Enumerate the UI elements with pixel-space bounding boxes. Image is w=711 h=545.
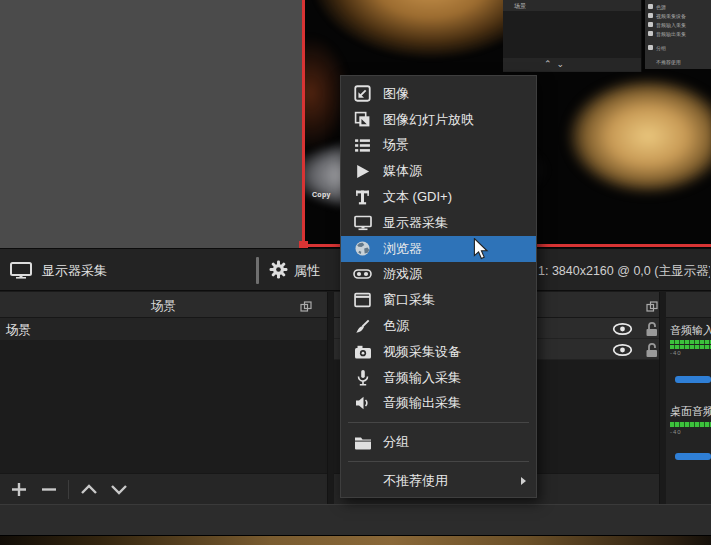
selection-border-left[interactable] (302, 0, 305, 248)
mixer-panel-header (666, 292, 711, 318)
menu-item-media-source[interactable]: 媒体源 (341, 158, 536, 184)
audio-mixer-panel: 音频输入采集 -40 桌面音频 -40 (666, 292, 711, 504)
properties-button[interactable]: 属性 (294, 262, 320, 280)
menu-item-group[interactable]: 分组 (341, 429, 536, 455)
menu-item-image-slideshow[interactable]: 图像幻灯片放映 (341, 107, 536, 133)
selected-source-label: 显示器采集 (42, 262, 107, 280)
mini-menu-item: 视频采集设备 (645, 11, 711, 20)
menu-item-color-source[interactable]: 色源 (341, 313, 536, 339)
mini-icon (648, 13, 653, 18)
scenes-panel-title: 场景 (0, 298, 327, 315)
image-icon (353, 85, 372, 102)
toolbar-divider (68, 480, 69, 499)
menu-item-game-capture[interactable]: 游戏源 (341, 262, 536, 288)
scenes-panel: 场景 场景 (0, 292, 328, 504)
menu-item-image[interactable]: 图像 (341, 81, 536, 107)
mini-menu-item: 音频输入采集 (645, 20, 711, 29)
meter-scale-label: -40 (670, 429, 682, 435)
submenu-arrow-icon (521, 477, 526, 485)
menu-separator (348, 461, 529, 462)
slideshow-icon (353, 111, 372, 128)
gear-icon[interactable] (269, 260, 288, 283)
mini-scenes-toolbar: ⌃⌄ (503, 58, 641, 71)
remove-scene-button[interactable] (40, 482, 58, 501)
scenes-panel-header: 场景 (0, 292, 327, 318)
move-scene-down-button[interactable] (110, 482, 128, 501)
add-source-menu: 图像 图像幻灯片放映 场景 媒体源 文本 (GDI+) 显示器采集 (340, 75, 537, 498)
display-icon (353, 214, 372, 231)
menu-separator (348, 422, 529, 423)
scenes-toolbar (0, 473, 327, 504)
folder-icon (353, 434, 372, 451)
bottom-glow-band (0, 535, 711, 545)
menu-item-window-capture[interactable]: 窗口采集 (341, 287, 536, 313)
mini-scenes-header: 场景 (503, 0, 641, 11)
mini-scenes-list (503, 11, 641, 58)
mini-icon (648, 45, 653, 50)
visibility-eye-icon[interactable] (612, 322, 633, 340)
obs-window: Copy 场景 ⌃⌄ 色源 视频采集设备 音频输入采集 音频输出采集 分组 不推… (0, 0, 711, 545)
mini-icon (648, 22, 653, 27)
add-scene-button[interactable] (10, 482, 28, 501)
mini-icon (648, 4, 653, 9)
mixer-channel-name: 桌面音频 (670, 404, 711, 419)
mini-menu-item: 音频输出采集 (645, 29, 711, 38)
volume-slider[interactable] (675, 376, 711, 383)
meter-scale-label: -40 (670, 350, 682, 356)
volume-meter (670, 345, 711, 349)
lock-icon[interactable] (645, 321, 659, 341)
mini-menu-item: 分组 (645, 43, 711, 52)
scene-list-item[interactable]: 场景 (0, 318, 327, 340)
menu-item-browser[interactable]: 浏览器 (341, 236, 536, 262)
status-bar (0, 504, 711, 535)
scene-list-icon (353, 137, 372, 154)
speaker-icon (353, 395, 372, 412)
lock-icon[interactable] (645, 342, 659, 362)
move-scene-up-button[interactable] (80, 482, 98, 501)
menu-item-scene[interactable]: 场景 (341, 133, 536, 159)
menu-item-audio-output-capture[interactable]: 音频输出采集 (341, 391, 536, 417)
toolbar-divider (256, 257, 259, 284)
mouse-cursor (473, 238, 489, 264)
menu-item-display-capture[interactable]: 显示器采集 (341, 210, 536, 236)
text-icon (353, 189, 372, 206)
microphone-icon (353, 369, 372, 386)
preview-empty-space (0, 0, 302, 249)
media-play-icon (353, 163, 372, 180)
display-select-value[interactable]: 1: 3840x2160 @ 0,0 (主显示器) (538, 263, 710, 280)
volume-meter (670, 422, 711, 427)
display-capture-icon (10, 262, 32, 283)
window-icon (353, 292, 372, 309)
menu-item-text-gdi[interactable]: 文本 (GDI+) (341, 184, 536, 210)
copy-watermark: Copy (312, 191, 331, 198)
menu-item-deprecated[interactable]: 不推荐使用 (341, 468, 536, 494)
mixer-channel-name: 音频输入采集 (670, 323, 711, 338)
camera-icon (353, 343, 372, 360)
gamepad-icon (353, 266, 372, 283)
menu-item-audio-input-capture[interactable]: 音频输入采集 (341, 365, 536, 391)
paintbrush-icon (353, 318, 372, 335)
photo-gold-blur (546, 66, 711, 222)
mini-context-menu: 色源 视频采集设备 音频输入采集 音频输出采集 分组 不推荐使用 (645, 0, 711, 69)
visibility-eye-icon[interactable] (612, 343, 633, 361)
mini-icon (648, 31, 653, 36)
mini-menu-item: 色源 (645, 2, 711, 11)
panel-options-icon[interactable] (646, 299, 658, 317)
panel-options-icon[interactable] (300, 299, 312, 317)
mini-obs-scenes-panel: 场景 ⌃⌄ (503, 0, 642, 72)
mini-menu-item: 不推荐使用 (645, 57, 711, 66)
volume-meter (670, 340, 711, 344)
volume-slider[interactable] (675, 453, 711, 460)
globe-icon (353, 240, 372, 257)
menu-item-video-capture-device[interactable]: 视频采集设备 (341, 339, 536, 365)
